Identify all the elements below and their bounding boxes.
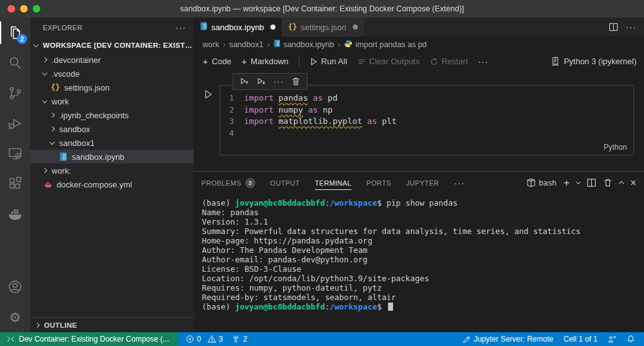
terminal-prompt-line: (base) jovyan@bc0bddacbbfd:/workspace$ p… bbox=[202, 198, 644, 208]
chevron-right-icon bbox=[42, 168, 47, 173]
activity-run-debug[interactable] bbox=[0, 108, 30, 138]
activity-explorer[interactable]: 2 bbox=[0, 18, 30, 48]
notebook-more-actions-icon[interactable]: ··· bbox=[478, 57, 489, 67]
tree-item-sandbox[interactable]: sandbox bbox=[30, 122, 194, 136]
run-below-icon[interactable] bbox=[257, 77, 266, 86]
tab-sandbox-ipynb[interactable]: sandbox.ipynb bbox=[194, 18, 282, 36]
remote-explorer-icon bbox=[7, 145, 23, 162]
jupyter-server-status[interactable]: Jupyter Server: Remote bbox=[462, 335, 553, 343]
activity-source-control[interactable] bbox=[0, 78, 30, 108]
activity-remote-explorer[interactable] bbox=[0, 138, 30, 169]
explorer-more-actions-icon[interactable]: ··· bbox=[175, 23, 186, 33]
terminal-line: Required-by: statsmodels, seaborn, altai… bbox=[202, 293, 644, 302]
terminal-line: Version: 1.3.1 bbox=[202, 217, 644, 226]
cell-toolbar: ··· bbox=[233, 73, 308, 90]
editor-more-actions-icon[interactable]: ··· bbox=[626, 22, 636, 32]
tree-item-devcontainer[interactable]: .devcontainer bbox=[30, 53, 194, 67]
explorer-header: EXPLORER ··· bbox=[30, 18, 194, 38]
clear-outputs-button[interactable]: Clear Outputs bbox=[357, 57, 419, 66]
cell-more-actions-icon[interactable]: ··· bbox=[274, 77, 284, 86]
warning-icon bbox=[208, 335, 216, 343]
add-markdown-cell-button[interactable]: + Markdown bbox=[242, 56, 289, 67]
notebook-toolbar: + Code + Markdown Run All Clear Outputs bbox=[194, 52, 644, 70]
docker-icon bbox=[7, 206, 23, 222]
terminal-icon bbox=[526, 178, 536, 187]
chevron-down-icon bbox=[42, 98, 47, 103]
chevron-down-icon bbox=[33, 42, 38, 47]
terminal-line: Summary: Powerful data structures for da… bbox=[202, 226, 644, 236]
close-window-button[interactable] bbox=[8, 5, 15, 13]
delete-cell-icon[interactable] bbox=[291, 77, 301, 86]
activity-settings[interactable]: ⚙ bbox=[0, 302, 30, 332]
breadcrumb-symbol[interactable]: import pandas as pd bbox=[344, 40, 426, 50]
tree-item-sandbox1[interactable]: sandbox1 bbox=[30, 136, 194, 150]
split-editor-icon[interactable] bbox=[609, 23, 618, 31]
extensions-icon bbox=[7, 176, 23, 192]
bell-icon[interactable] bbox=[626, 335, 635, 343]
cell-indicator[interactable]: Cell 1 of 1 bbox=[564, 335, 597, 343]
code-cell[interactable]: ··· 1 import pandas as pd 2 import numpy… bbox=[219, 85, 634, 155]
tree-item-vscode[interactable]: .vscode bbox=[30, 67, 194, 81]
cell-editor[interactable]: 1 import pandas as pd 2 import numpy as … bbox=[220, 86, 633, 139]
code-line: 1 import pandas as pd bbox=[220, 92, 633, 104]
cell-language-picker[interactable]: Python bbox=[604, 143, 627, 152]
add-code-cell-button[interactable]: + Code bbox=[203, 56, 231, 67]
run-all-button[interactable]: Run All bbox=[309, 57, 347, 66]
zoom-window-button[interactable] bbox=[33, 5, 40, 13]
run-debug-icon bbox=[7, 115, 23, 131]
tab-jupyter[interactable]: JUPYTER bbox=[406, 172, 439, 194]
terminal-output[interactable]: (base) jovyan@bc0bddacbbfd:/workspace$ p… bbox=[194, 194, 644, 332]
shell-picker[interactable]: bash bbox=[526, 178, 557, 187]
tab-terminal[interactable]: TERMINAL bbox=[315, 172, 352, 194]
breadcrumb-sandbox1[interactable]: sandbox1 bbox=[229, 40, 263, 49]
minimize-window-button[interactable] bbox=[20, 5, 28, 13]
source-control-icon bbox=[7, 85, 23, 101]
tab-ports[interactable]: PORTS bbox=[367, 172, 391, 194]
modified-dot-icon[interactable] bbox=[353, 25, 358, 30]
panel-more-tabs-icon[interactable]: ··· bbox=[454, 178, 465, 188]
tab-problems[interactable]: PROBLEMS 3 bbox=[201, 172, 255, 194]
restart-icon bbox=[430, 57, 438, 66]
tree-item-docker-compose[interactable]: docker-compose.yml bbox=[30, 177, 194, 191]
activity-docker[interactable] bbox=[0, 199, 30, 229]
breadcrumb-file[interactable]: sandbox.ipynb bbox=[274, 40, 335, 49]
outline-section[interactable]: OUTLINE bbox=[30, 317, 194, 332]
kill-terminal-icon[interactable] bbox=[603, 178, 613, 187]
restart-kernel-button[interactable]: Restart bbox=[430, 57, 468, 66]
tree-item-settings-json[interactable]: {} settings.json bbox=[30, 81, 194, 94]
run-above-icon[interactable] bbox=[240, 77, 249, 86]
file-tree: WORKSPACE [DEV CONTAINER: EXISTIN... .de… bbox=[30, 38, 194, 317]
split-terminal-icon[interactable] bbox=[587, 178, 596, 187]
panel-tab-bar: PROBLEMS 3 OUTPUT TERMINAL PORTS JUPYTER bbox=[194, 172, 644, 194]
tree-item-work[interactable]: work bbox=[30, 94, 194, 108]
ports-status[interactable]: 2 bbox=[231, 335, 247, 343]
feedback-icon[interactable] bbox=[608, 335, 616, 343]
new-terminal-button[interactable]: + bbox=[564, 177, 570, 189]
modified-dot-icon[interactable] bbox=[270, 25, 275, 30]
tab-settings-json[interactable]: {} settings.json bbox=[282, 18, 365, 36]
terminal-line: Author: The Pandas Development Team bbox=[202, 245, 644, 255]
docker-compose-icon bbox=[43, 181, 53, 189]
window-title: sandbox.ipynb — workspace [Dev Container… bbox=[180, 4, 464, 13]
chevron-down-icon bbox=[50, 139, 55, 144]
code-line: 2 import numpy as np bbox=[220, 104, 633, 116]
status-bar: Dev Container: Existing Docker Compose (… bbox=[0, 332, 644, 346]
activity-accounts[interactable] bbox=[0, 272, 30, 302]
breadcrumb-work[interactable]: work bbox=[203, 40, 219, 49]
terminal-dropdown-icon[interactable] bbox=[576, 180, 580, 184]
tab-output[interactable]: OUTPUT bbox=[270, 172, 300, 194]
run-cell-button[interactable] bbox=[203, 89, 214, 100]
kernel-picker[interactable]: Python 3 (ipykernel) bbox=[551, 57, 636, 66]
close-panel-icon[interactable]: × bbox=[630, 177, 636, 189]
problems-status[interactable]: 0 3 bbox=[186, 335, 223, 343]
tree-item-work-colon[interactable]: work: bbox=[30, 164, 194, 177]
activity-search[interactable] bbox=[0, 48, 30, 78]
activity-extensions[interactable] bbox=[0, 169, 30, 199]
editor-area: sandbox.ipynb {} settings.json ··· wor bbox=[194, 18, 644, 332]
tree-item-sandbox-ipynb[interactable]: sandbox.ipynb bbox=[30, 150, 194, 164]
tree-workspace-root[interactable]: WORKSPACE [DEV CONTAINER: EXISTIN... bbox=[30, 38, 194, 53]
remote-indicator[interactable]: Dev Container: Existing Docker Compose (… bbox=[0, 332, 178, 346]
search-icon bbox=[7, 55, 23, 71]
maximize-panel-icon[interactable] bbox=[619, 181, 624, 186]
tree-item-ipynb-checkpoints[interactable]: .ipynb_checkpoints bbox=[30, 108, 194, 122]
